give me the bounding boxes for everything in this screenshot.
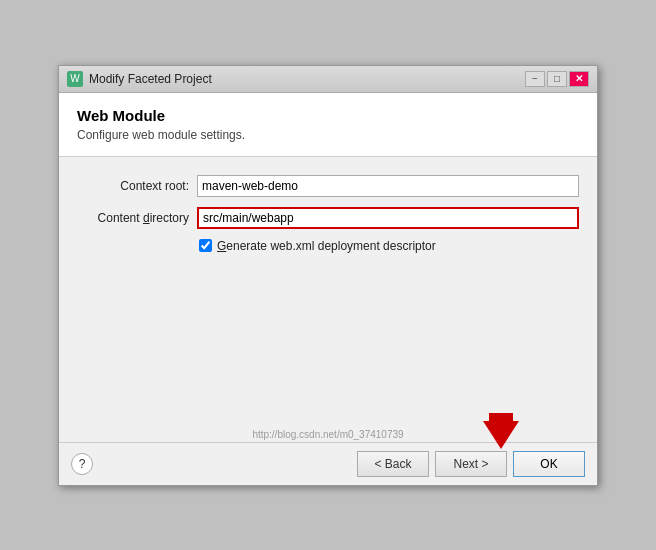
dialog-window: W Modify Faceted Project − □ ✕ Web Modul… (58, 65, 598, 486)
checkbox-row: Generate web.xml deployment descriptor (199, 239, 579, 253)
spacer (59, 267, 597, 427)
arrow-indicator (483, 421, 519, 449)
section-subtitle: Configure web module settings. (77, 128, 579, 142)
context-root-input[interactable] (197, 175, 579, 197)
context-root-label: Context root: (77, 179, 197, 193)
help-button[interactable]: ? (71, 453, 93, 475)
content-directory-input[interactable] (197, 207, 579, 229)
arrow-down-icon (483, 421, 519, 449)
window-icon: W (67, 71, 83, 87)
ok-button[interactable]: OK (513, 451, 585, 477)
section-title: Web Module (77, 107, 579, 124)
footer-left: ? (71, 453, 93, 475)
back-button[interactable]: < Back (357, 451, 429, 477)
footer: ? < Back Next > OK (59, 442, 597, 485)
next-button[interactable]: Next > (435, 451, 507, 477)
generate-xml-checkbox[interactable] (199, 239, 212, 252)
window-title: Modify Faceted Project (89, 72, 212, 86)
footer-buttons: < Back Next > OK (357, 451, 585, 477)
close-button[interactable]: ✕ (569, 71, 589, 87)
minimize-button[interactable]: − (525, 71, 545, 87)
form-section: Context root: Content directory Generate… (59, 157, 597, 267)
title-buttons: − □ ✕ (525, 71, 589, 87)
header-section: Web Module Configure web module settings… (59, 93, 597, 157)
content-area: Web Module Configure web module settings… (59, 93, 597, 442)
checkbox-label: Generate web.xml deployment descriptor (217, 239, 436, 253)
maximize-button[interactable]: □ (547, 71, 567, 87)
context-root-row: Context root: (77, 175, 579, 197)
title-bar: W Modify Faceted Project − □ ✕ (59, 66, 597, 93)
content-directory-row: Content directory (77, 207, 579, 229)
content-directory-label: Content directory (77, 211, 197, 225)
title-bar-left: W Modify Faceted Project (67, 71, 212, 87)
